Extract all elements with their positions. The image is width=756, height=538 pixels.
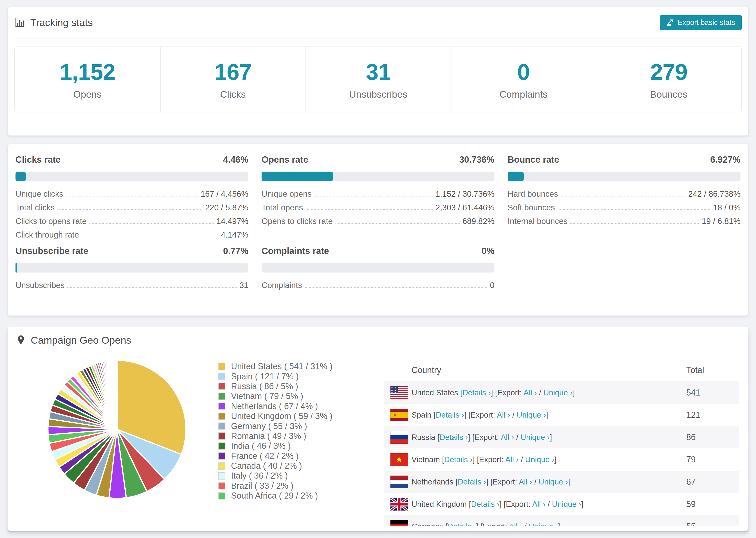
rate-row-value: 242 / 86.738% <box>688 189 740 198</box>
geo-title: Campaign Geo Opens <box>31 335 131 346</box>
legend-swatch <box>218 452 225 459</box>
stat-card-unsubscribes: 31Unsubscribes <box>305 47 451 112</box>
stats-summary-box: 1,152Opens167Clicks31Unsubscribes0Compla… <box>14 46 742 112</box>
rate-block-bounce-rate: Bounce rate6.927%Hard bounces242 / 86.73… <box>508 154 740 240</box>
legend-label: South Africa ( 29 / 2% ) <box>231 491 318 501</box>
rate-row-value: 18 / 0% <box>713 203 740 212</box>
country-flag-vn <box>391 453 408 466</box>
legend-label: Russia ( 86 / 5% ) <box>231 381 298 391</box>
country-flag-us <box>391 386 408 399</box>
legend-label: Canada ( 40 / 2% ) <box>231 461 302 471</box>
card-title-group: Tracking stats <box>14 17 93 28</box>
stat-card-complaints: 0Complaints <box>451 47 596 112</box>
country-total: 79 <box>686 455 739 464</box>
rate-row-value: 14.497% <box>216 217 248 226</box>
geo-table-row-spain: Spain [Details ›] [Export: All › / Uniqu… <box>384 404 739 426</box>
geo-table: Country Total United States [Details ›] … <box>384 359 739 525</box>
export-all-link[interactable]: All › <box>519 477 532 486</box>
export-unique-link[interactable]: Unique › <box>539 477 568 486</box>
stat-value: 279 <box>650 59 687 85</box>
legend-label: Italy ( 36 / 2% ) <box>231 471 288 481</box>
country-total: 67 <box>686 477 739 487</box>
dotted-leader <box>561 196 685 196</box>
legend-label: United Kingdom ( 59 / 3% ) <box>231 411 333 421</box>
export-unique-link[interactable]: Unique › <box>552 500 581 509</box>
details-link[interactable]: Details › <box>448 522 476 526</box>
country-total: 541 <box>686 388 739 398</box>
total-column-header: Total <box>686 365 739 375</box>
export-all-link[interactable]: All › <box>509 522 522 526</box>
stat-card-clicks: 167Clicks <box>160 47 305 112</box>
export-all-link[interactable]: All › <box>501 433 514 442</box>
legend-swatch <box>218 383 225 390</box>
dotted-leader <box>570 223 699 224</box>
export-unique-link[interactable]: Unique › <box>525 455 555 464</box>
details-link[interactable]: Details › <box>436 410 464 419</box>
export-basic-stats-button[interactable]: Export basic stats <box>660 15 742 30</box>
legend-item-vietnam: Vietnam ( 79 / 5% ) <box>218 391 333 401</box>
stat-label: Clicks <box>220 89 246 100</box>
details-link[interactable]: Details › <box>444 455 473 464</box>
export-unique-link[interactable]: Unique › <box>543 388 573 397</box>
dotted-leader <box>336 223 460 224</box>
country-name: United States [ <box>411 388 462 397</box>
export-all-link[interactable]: All › <box>523 388 537 397</box>
country-name: Russia [ <box>411 433 440 442</box>
stat-label: Opens <box>73 89 102 100</box>
export-unique-link[interactable]: Unique › <box>529 522 558 526</box>
rate-row-opens-to-clicks-rate: Opens to clicks rate689.82% <box>261 212 495 226</box>
progress-bar <box>508 172 740 181</box>
rate-row-value: 220 / 5.87% <box>205 203 248 212</box>
rate-row-value: 167 / 4.456% <box>201 189 248 198</box>
rate-row-label: Unique opens <box>261 189 311 198</box>
legend-label: Vietnam ( 79 / 5% ) <box>231 391 303 401</box>
country-cell: Spain [Details ›] [Export: All › / Uniqu… <box>411 410 548 419</box>
progress-fill <box>16 263 17 273</box>
dotted-leader <box>305 287 487 288</box>
rate-row-label: Total opens <box>261 203 303 212</box>
rate-row-label: Complaints <box>261 281 302 290</box>
country-name: Vietnam [ <box>411 455 444 464</box>
export-all-link[interactable]: All › <box>505 455 519 464</box>
export-all-link[interactable]: All › <box>497 410 510 419</box>
rate-block-complaints-rate: Complaints rate0%Complaints0 <box>261 245 495 290</box>
pie-legend: United States ( 541 / 31% )Spain ( 121 /… <box>218 361 333 501</box>
legend-item-brazil: Brazil ( 33 / 2% ) <box>218 481 333 491</box>
country-column-header: Country <box>384 365 686 375</box>
details-link[interactable]: Details › <box>458 477 486 486</box>
geo-table-row-germany: Germany [Details ›] [Export: All › / Uni… <box>384 515 739 525</box>
export-unique-link[interactable]: Unique › <box>517 410 546 419</box>
rate-title: Clicks rate <box>16 154 61 165</box>
export-unique-link[interactable]: Unique › <box>520 433 550 442</box>
rate-row-label: Opens to clicks rate <box>261 217 333 226</box>
legend-swatch <box>218 393 225 400</box>
geo-pie-chart <box>46 359 188 500</box>
details-link[interactable]: Details › <box>471 500 499 509</box>
geo-content: United States ( 541 / 31% )Spain ( 121 /… <box>8 354 748 531</box>
page: Tracking stats Export basic stats 1,152O… <box>0 0 756 538</box>
legend-label: Brazil ( 33 / 2% ) <box>231 481 294 491</box>
stat-value: 0 <box>517 59 530 85</box>
country-cell: United Kingdom [Details ›] [Export: All … <box>411 500 583 509</box>
export-button-label: Export basic stats <box>677 18 735 27</box>
export-icon <box>666 19 674 26</box>
country-cell: Russia [Details ›] [Export: All › / Uniq… <box>411 433 552 442</box>
dotted-leader <box>67 287 237 288</box>
export-all-link[interactable]: All › <box>532 500 546 509</box>
rate-row-clicks-to-opens-rate: Clicks to opens rate14.497% <box>16 212 248 226</box>
geo-table-row-united-kingdom: United Kingdom [Details ›] [Export: All … <box>384 493 739 515</box>
legend-swatch <box>218 462 225 470</box>
details-link[interactable]: Details › <box>462 388 491 397</box>
legend-item-romania: Romania ( 49 / 3% ) <box>218 431 333 441</box>
rate-row-hard-bounces: Hard bounces242 / 86.738% <box>508 185 740 198</box>
stat-value: 31 <box>366 59 391 85</box>
geo-opens-card: Campaign Geo Opens United States ( 541 /… <box>8 326 748 531</box>
rate-row-unique-opens: Unique opens1,152 / 30.736% <box>261 185 495 198</box>
legend-swatch <box>218 482 225 489</box>
rate-block-clicks-rate: Clicks rate4.46%Unique clicks167 / 4.456… <box>16 154 248 240</box>
progress-bar <box>16 172 248 181</box>
details-link[interactable]: Details › <box>440 433 468 442</box>
country-cell: Germany [Details ›] [Export: All › / Uni… <box>411 522 560 526</box>
rate-row-value: 1,152 / 30.736% <box>436 189 495 198</box>
country-flag-ru <box>391 431 408 444</box>
